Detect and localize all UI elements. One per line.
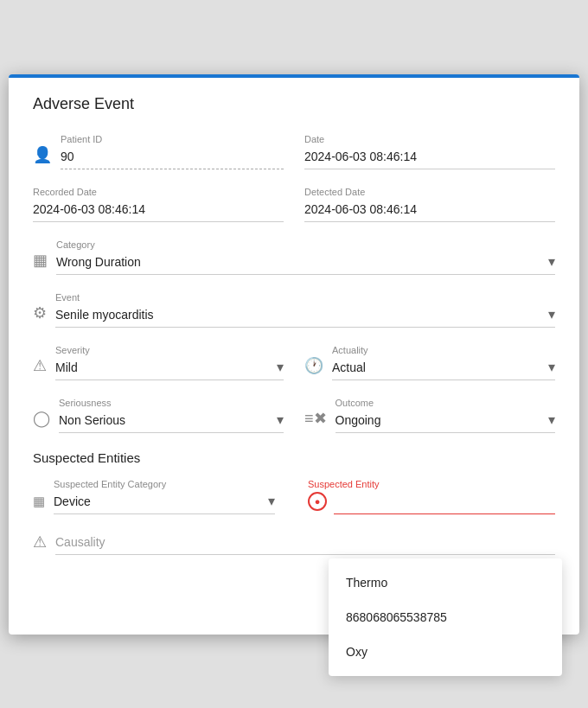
actuality-icon: 🕐 — [304, 356, 323, 380]
actuality-label: Actuality — [332, 345, 555, 355]
entity-category-label: Suspected Entity Category — [54, 479, 275, 489]
outcome-icon: ≡✖ — [304, 409, 327, 433]
date-value[interactable]: 2024-06-03 08:46:14 — [304, 146, 555, 169]
category-row: ▦ Category Wrong Duration ▾ — [33, 239, 555, 275]
outcome-field[interactable]: ≡✖ Outcome Ongoing ▾ — [304, 398, 555, 433]
recorded-date-label: Recorded Date — [33, 187, 284, 197]
event-field[interactable]: ⚙ Event Senile myocarditis ▾ — [33, 292, 555, 328]
adverse-event-dialog: Adverse Event 👤 Patient ID 90 Date 2024-… — [9, 74, 579, 635]
person-icon: 👤 — [33, 145, 52, 169]
category-label: Category — [56, 239, 555, 250]
recorded-detected-row: Recorded Date 2024-06-03 08:46:14 Detect… — [33, 187, 555, 222]
seriousness-field[interactable]: ◯ Seriousness Non Serious ▾ — [33, 398, 284, 433]
seriousness-value[interactable]: Non Serious ▾ — [59, 410, 284, 433]
seriousness-dropdown-arrow: ▾ — [277, 411, 284, 428]
detected-date-value[interactable]: 2024-06-03 08:46:14 — [304, 199, 555, 222]
event-icon: ⚙ — [33, 303, 47, 328]
suspected-entities-title: Suspected Entities — [33, 450, 555, 465]
actuality-field[interactable]: 🕐 Actuality Actual ▾ — [304, 345, 555, 380]
detected-date-field: Detected Date 2024-06-03 08:46:14 — [304, 187, 555, 222]
seriousness-icon: ◯ — [33, 409, 50, 433]
entity-category-arrow: ▾ — [268, 493, 275, 509]
outcome-label: Outcome — [336, 398, 555, 408]
entity-input-underline[interactable] — [334, 491, 555, 514]
causality-label-text[interactable]: Causality — [55, 532, 555, 555]
entity-label: Suspected Entity — [308, 479, 555, 489]
event-label: Event — [55, 292, 555, 303]
causality-row: ⚠ Causality — [33, 532, 555, 555]
dialog-title: Adverse Event — [33, 95, 555, 113]
suspected-entity-row: ▦ Suspected Entity Category Device ▾ Sus… — [33, 479, 555, 514]
category-dropdown-arrow: ▾ — [548, 253, 555, 270]
event-row: ⚙ Event Senile myocarditis ▾ — [33, 292, 555, 328]
detected-date-label: Detected Date — [304, 187, 555, 197]
seriousness-outcome-row: ◯ Seriousness Non Serious ▾ ≡✖ Outcome O… — [33, 398, 555, 433]
causality-icon: ⚠ — [33, 533, 47, 555]
patient-id-value[interactable]: 90 — [61, 146, 284, 169]
severity-icon: ⚠ — [33, 356, 47, 380]
actuality-dropdown-arrow: ▾ — [548, 359, 555, 375]
category-value[interactable]: Wrong Duration ▾ — [56, 252, 555, 275]
seriousness-label: Seriousness — [59, 398, 284, 408]
dropdown-item-oxy[interactable]: Oxy — [329, 635, 562, 669]
entity-dropdown-popup: Thermo 868068065538785 Oxy — [329, 558, 562, 676]
severity-field[interactable]: ⚠ Severity Mild ▾ — [33, 345, 284, 380]
patient-id-label: Patient ID — [61, 134, 284, 144]
severity-label: Severity — [55, 345, 284, 355]
outcome-dropdown-arrow: ▾ — [548, 411, 555, 428]
category-icon: ▦ — [33, 251, 48, 275]
dropdown-item-868068065538785[interactable]: 868068065538785 — [329, 600, 562, 635]
event-dropdown-arrow: ▾ — [548, 306, 555, 322]
top-accent — [9, 74, 579, 78]
entity-category-icon: ▦ — [33, 494, 45, 514]
severity-value[interactable]: Mild ▾ — [55, 357, 284, 380]
entity-field[interactable]: Suspected Entity ● — [296, 479, 555, 514]
dropdown-item-thermo[interactable]: Thermo — [329, 565, 562, 600]
category-field[interactable]: ▦ Category Wrong Duration ▾ — [33, 239, 555, 275]
entity-red-icon: ● — [308, 492, 327, 511]
actuality-value[interactable]: Actual ▾ — [332, 357, 555, 380]
entity-category-value[interactable]: Device ▾ — [54, 491, 275, 514]
date-label: Date — [304, 134, 555, 144]
patient-date-row: 👤 Patient ID 90 Date 2024-06-03 08:46:14 — [33, 134, 555, 169]
event-value[interactable]: Senile myocarditis ▾ — [55, 304, 555, 328]
patient-id-field: 👤 Patient ID 90 — [33, 134, 284, 169]
recorded-date-field: Recorded Date 2024-06-03 08:46:14 — [33, 187, 284, 222]
entity-category-field[interactable]: ▦ Suspected Entity Category Device ▾ — [33, 479, 275, 514]
severity-actuality-row: ⚠ Severity Mild ▾ 🕐 Actuality Actual ▾ — [33, 345, 555, 380]
recorded-date-value[interactable]: 2024-06-03 08:46:14 — [33, 199, 284, 222]
outcome-value[interactable]: Ongoing ▾ — [336, 410, 555, 433]
severity-dropdown-arrow: ▾ — [277, 359, 284, 375]
suspected-entities-section: Suspected Entities ▦ Suspected Entity Ca… — [33, 450, 555, 555]
date-field: Date 2024-06-03 08:46:14 — [304, 134, 555, 169]
